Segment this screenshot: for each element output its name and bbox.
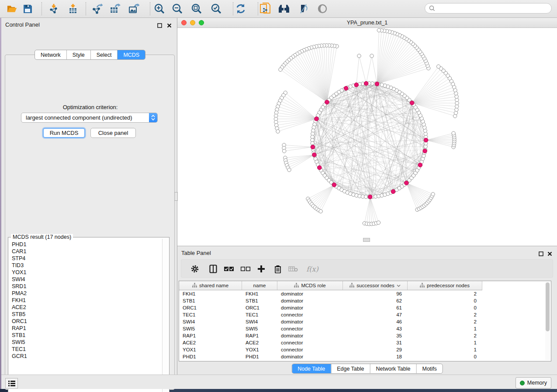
graph-hub-node[interactable] xyxy=(410,101,414,105)
task-history-button[interactable] xyxy=(5,378,18,389)
apply-layout-icon[interactable] xyxy=(234,3,247,14)
graph-node[interactable] xyxy=(377,28,381,32)
table-row[interactable]: PHD1PHD1dominator180 xyxy=(179,353,482,360)
hide-graphics-details-icon[interactable] xyxy=(297,3,310,14)
mcds-node-item[interactable]: TID3 xyxy=(9,262,159,269)
mcds-node-item[interactable]: CAR1 xyxy=(9,248,159,255)
graph-hub-node[interactable] xyxy=(332,183,336,187)
export-image-icon[interactable] xyxy=(127,3,140,14)
graph-node[interactable] xyxy=(357,54,361,58)
memory-button[interactable]: Memory xyxy=(515,377,551,389)
graph-node[interactable] xyxy=(276,130,280,133)
show-column-panel-icon[interactable] xyxy=(208,264,219,274)
graph-hub-node[interactable] xyxy=(391,189,395,194)
import-network-icon[interactable] xyxy=(47,3,60,14)
graph-node[interactable] xyxy=(436,65,440,68)
graph-hub-node[interactable] xyxy=(317,165,322,170)
graph-node[interactable] xyxy=(431,193,435,196)
zoom-selected-icon[interactable] xyxy=(210,3,223,14)
zoom-in-icon[interactable] xyxy=(153,3,166,14)
table-row[interactable]: YOX1YOX1connector291 xyxy=(179,346,482,353)
table-row[interactable]: ACE2ACE2connector311 xyxy=(179,339,482,346)
mcds-node-item[interactable]: STP4 xyxy=(9,255,159,262)
zoom-out-icon[interactable] xyxy=(171,3,184,14)
graph-node[interactable] xyxy=(279,68,282,71)
graph-node[interactable] xyxy=(452,131,455,135)
open-file-icon[interactable] xyxy=(5,3,18,14)
mcds-node-item[interactable]: YOX1 xyxy=(9,269,159,276)
table-row[interactable]: FKH1FKH1dominator962 xyxy=(179,290,482,297)
sort-chevron-icon[interactable] xyxy=(397,283,401,288)
deselect-all-columns-icon[interactable] xyxy=(240,264,251,274)
export-network-icon[interactable] xyxy=(90,3,104,14)
column-header-shared-name[interactable]: shared name xyxy=(179,281,242,290)
mcds-node-item[interactable]: ORC1 xyxy=(9,318,159,325)
save-session-icon[interactable] xyxy=(21,3,34,14)
import-table-icon[interactable] xyxy=(66,3,80,14)
mcds-node-item[interactable]: SRD1 xyxy=(9,283,159,290)
mcds-node-item[interactable]: STB5 xyxy=(9,311,159,318)
mcds-node-item[interactable]: RAP1 xyxy=(9,325,159,332)
graph-hub-node[interactable] xyxy=(344,86,348,90)
table-row[interactable]: ORC1ORC1dominator610 xyxy=(179,304,482,311)
close-panel-icon[interactable] xyxy=(167,22,172,27)
delete-column-trash-icon[interactable] xyxy=(272,264,284,274)
close-panel-button[interactable]: Close panel xyxy=(90,128,136,138)
tab-style[interactable]: Style xyxy=(66,50,90,59)
tab-motifs[interactable]: Motifs xyxy=(416,364,442,373)
float-panel-icon[interactable] xyxy=(157,22,163,27)
graph-hub-node[interactable] xyxy=(423,149,427,153)
share-document-icon[interactable] xyxy=(259,3,272,14)
mcds-node-item[interactable]: GCR1 xyxy=(9,353,159,360)
table-scrollbar[interactable] xyxy=(545,282,550,360)
tab-mcds[interactable]: MCDS xyxy=(117,50,145,59)
show-graphics-details-icon[interactable] xyxy=(316,3,329,14)
mcds-node-item[interactable]: PMA2 xyxy=(9,290,159,297)
mcds-node-item[interactable]: SWI5 xyxy=(9,339,159,346)
tab-select[interactable]: Select xyxy=(90,50,118,59)
graph-node[interactable] xyxy=(370,54,374,58)
graph-hub-node[interactable] xyxy=(325,100,329,104)
column-header-successor-nodes[interactable]: successor nodes xyxy=(343,281,408,290)
graph-hub-node[interactable] xyxy=(312,153,317,157)
graph-hub-node[interactable] xyxy=(354,83,359,87)
table-row[interactable]: STB1STB1dominator620 xyxy=(179,297,482,304)
table-row[interactable]: TEC1TEC1connector472 xyxy=(179,311,482,318)
mcds-node-item[interactable]: FKH1 xyxy=(9,297,159,304)
float-table-panel-icon[interactable] xyxy=(539,250,544,255)
tab-node-table[interactable]: Node Table xyxy=(292,364,331,373)
table-row[interactable]: SWI4SWI4dominator462 xyxy=(179,318,482,325)
graph-node[interactable] xyxy=(319,210,322,213)
graph-hub-node[interactable] xyxy=(368,195,372,199)
search-binoculars-icon[interactable] xyxy=(277,3,291,14)
graph-hub-node[interactable] xyxy=(404,181,408,185)
network-graph-canvas[interactable] xyxy=(177,28,557,246)
table-scrollbar-thumb[interactable] xyxy=(546,282,550,331)
mcds-list-scrollbar[interactable] xyxy=(162,239,168,392)
mcds-node-item[interactable]: PHD1 xyxy=(9,241,159,248)
graph-hub-node[interactable] xyxy=(375,82,379,86)
column-header-MCDS-role[interactable]: MCDS role xyxy=(277,281,343,290)
run-mcds-button[interactable]: Run MCDS xyxy=(43,128,85,138)
mcds-node-item[interactable]: TEC1 xyxy=(9,346,159,353)
create-column-icon[interactable] xyxy=(256,264,267,274)
table-row[interactable]: RAP1RAP1dominator352 xyxy=(179,332,482,339)
export-table-icon[interactable] xyxy=(108,3,121,14)
graph-node[interactable] xyxy=(287,168,291,172)
graph-hub-node[interactable] xyxy=(311,145,315,149)
zoom-fit-icon[interactable] xyxy=(190,3,203,14)
graph-hub-node[interactable] xyxy=(315,117,319,121)
search-input[interactable] xyxy=(437,5,551,12)
mcds-node-item[interactable]: SWI4 xyxy=(9,276,159,283)
graph-node[interactable] xyxy=(282,149,286,153)
close-table-panel-icon[interactable] xyxy=(547,250,553,255)
criterion-select[interactable]: largest connected component (undirected) xyxy=(21,113,158,123)
graph-hub-node[interactable] xyxy=(424,138,428,142)
mcds-result-list[interactable]: PHD1CAR1STP4TID3YOX1SWI4SRD1PMA2FKH1ACE2… xyxy=(9,241,159,360)
graph-node[interactable] xyxy=(377,221,380,224)
graph-hub-node[interactable] xyxy=(364,81,368,86)
column-header-name[interactable]: name xyxy=(242,281,277,290)
table-row[interactable]: SWI5SWI5connector431 xyxy=(179,325,482,332)
graph-hub-node[interactable] xyxy=(418,163,422,167)
select-all-columns-icon[interactable] xyxy=(223,264,235,274)
